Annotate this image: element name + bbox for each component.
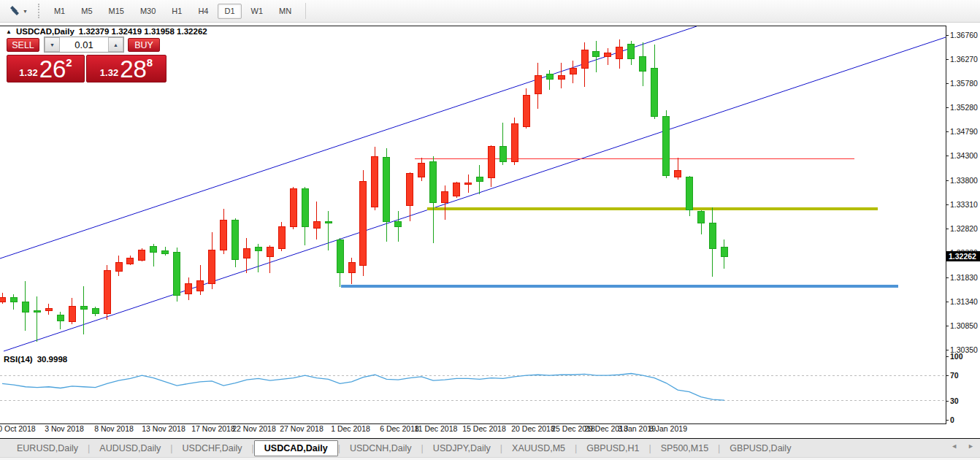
volume-decrease-button[interactable]: ▼ [45, 37, 60, 52]
price-axis-label: 1.36270 [950, 55, 978, 64]
candle [139, 248, 145, 262]
candle [243, 238, 250, 273]
bid-big-figure: 1.32 [19, 67, 37, 78]
price-axis-label: 1.34300 [950, 152, 978, 160]
bid-pips: 26 [39, 58, 66, 80]
timeframe-button-h1[interactable]: H1 [165, 4, 188, 19]
candle [337, 238, 343, 287]
chart-tab-xauusd-m5[interactable]: XAUUSD,M5 [502, 441, 575, 456]
candle [325, 211, 332, 250]
mt4-window: ▼ M1M5M15M30H1H4D1W1MN ▲ USDCAD,Daily 1.… [0, 0, 980, 460]
timeframe-button-m15[interactable]: M15 [102, 4, 131, 19]
volume-value[interactable]: 0.01 [60, 37, 108, 52]
candle [499, 123, 506, 165]
candle [581, 42, 588, 87]
channel-lower[interactable] [4, 37, 946, 351]
date-axis-label: 3 Nov 2018 [45, 424, 84, 433]
candle [383, 148, 390, 242]
rsi-tick [946, 375, 949, 376]
rsi-title: RSI(14) 30.9998 [4, 355, 67, 364]
rsi-axis-label: 30 [950, 397, 959, 405]
chart-tab-usdcad-daily[interactable]: USDCAD,Daily [254, 440, 338, 456]
candle [57, 312, 64, 329]
chart-window: ▲ USDCAD,Daily 1.32379 1.32419 1.31958 1… [0, 23, 980, 438]
price-tick [946, 59, 949, 60]
candle [22, 281, 28, 330]
collapse-icon[interactable]: ▲ [6, 28, 12, 35]
candle [628, 41, 635, 65]
price-tick [946, 350, 949, 350]
chart-type-button[interactable]: ▼ [4, 4, 32, 18]
chart-tab-audusd-daily[interactable]: AUDUSD,Daily [90, 441, 170, 456]
candle [686, 176, 693, 216]
sell-button[interactable]: SELL [7, 38, 39, 52]
candle [640, 42, 646, 86]
candle [488, 145, 494, 187]
rsi-tick [946, 356, 949, 357]
candle [104, 265, 110, 320]
date-axis-label: 27 Nov 2018 [280, 424, 324, 433]
timeframe-button-mn[interactable]: MN [272, 4, 298, 19]
chart-tab-usdjpy-daily[interactable]: USDJPY,Daily [424, 441, 500, 456]
candle [255, 244, 261, 272]
candle [453, 182, 460, 198]
timeframe-button-w1[interactable]: W1 [245, 4, 270, 19]
scroll-left-icon[interactable]: ◄ [951, 442, 957, 450]
rsi-line [2, 373, 724, 400]
bid-price-button[interactable]: 1.32 26 2 [7, 55, 85, 83]
chart-tab-usdcnh-daily[interactable]: USDCNH,Daily [340, 441, 421, 456]
candle [372, 147, 378, 210]
timeframe-button-m1[interactable]: M1 [47, 4, 72, 19]
timeframe-button-m30[interactable]: M30 [134, 4, 162, 19]
timeframe-button-h4[interactable]: H4 [191, 4, 215, 19]
price-tick [946, 204, 949, 205]
rsi-tick [946, 401, 949, 402]
price-tick [946, 277, 949, 278]
candle [442, 185, 448, 220]
candle [290, 187, 296, 229]
candle [127, 256, 134, 265]
date-axis[interactable]: 30 Oct 20183 Nov 20188 Nov 201813 Nov 20… [0, 424, 946, 437]
candle [535, 63, 541, 109]
chart-tab-sp500-m15[interactable]: SP500,M15 [651, 441, 718, 456]
buy-button[interactable]: BUY [128, 38, 160, 52]
rsi-subwindow[interactable] [0, 352, 946, 424]
timeframe-button-d1[interactable]: D1 [218, 4, 241, 19]
candle [675, 158, 681, 180]
candle [0, 293, 6, 304]
chart-tab-usdchf-daily[interactable]: USDCHF,Daily [173, 441, 252, 456]
chart-title: ▲ USDCAD,Daily 1.32379 1.32419 1.31958 1… [6, 27, 207, 36]
rsi-value: 30.9998 [37, 355, 68, 364]
candle [348, 258, 355, 284]
chart-tab-gbpusd-h1[interactable]: GBPUSD,H1 [577, 441, 648, 456]
rsi-tick [946, 420, 949, 421]
candle [278, 222, 285, 251]
rsi-canvas [0, 352, 946, 423]
volume-increase-button[interactable]: ▲ [108, 37, 123, 52]
ohlc-values: 1.32379 1.32419 1.31958 1.32262 [79, 27, 207, 36]
ask-big-figure: 1.32 [100, 67, 118, 78]
chart-tab-eurusd-daily[interactable]: EURUSD,Daily [7, 441, 88, 456]
price-tick [946, 156, 949, 156]
volume-stepper: ▼ 0.01 ▲ [44, 37, 124, 53]
candle [185, 277, 192, 300]
candle [197, 265, 204, 295]
candle [523, 88, 529, 129]
date-axis-label: 15 Dec 2018 [462, 424, 506, 433]
price-tick [946, 35, 949, 36]
timeframe-button-m5[interactable]: M5 [74, 4, 99, 19]
candle [221, 209, 227, 254]
chart-tab-gbpusd-daily[interactable]: GBPUSD,Daily [720, 441, 800, 456]
candle [593, 41, 600, 72]
chevron-down-icon[interactable]: ▼ [23, 9, 28, 14]
scroll-right-icon[interactable]: ► [968, 442, 974, 450]
candle [605, 48, 611, 65]
price-tick [946, 107, 949, 108]
date-axis-label: 11 Dec 2018 [415, 424, 458, 433]
candle [698, 210, 705, 234]
candle [80, 286, 87, 334]
timeframe-toolbar: ▼ M1M5M15M30H1H4D1W1MN [0, 0, 980, 23]
ask-price-button[interactable]: 1.32 28 8 [86, 55, 166, 83]
price-axis-label: 1.34790 [950, 128, 978, 136]
price-axis-label: 1.36760 [950, 31, 978, 39]
